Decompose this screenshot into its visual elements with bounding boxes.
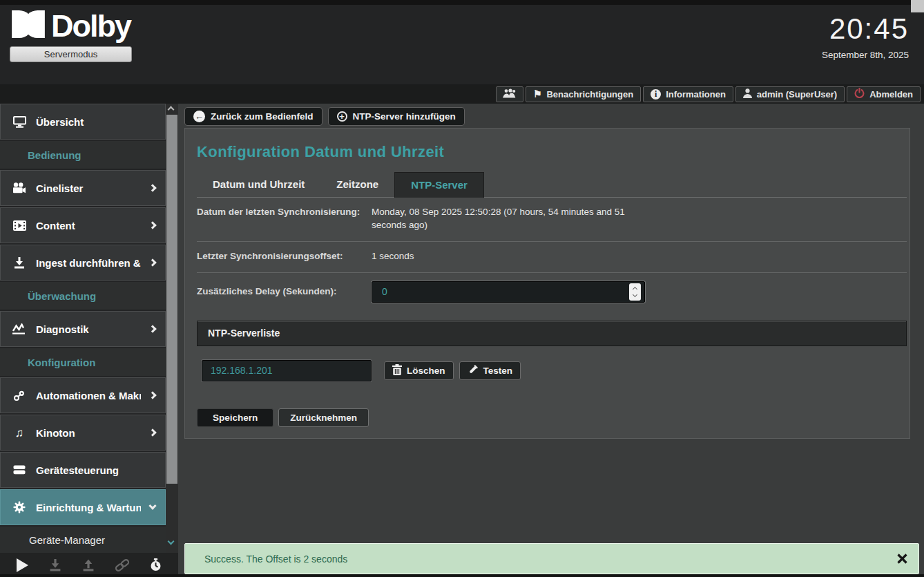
- sidebar-heading-konfiguration: Konfiguration: [0, 348, 166, 376]
- revert-button[interactable]: Zurücknehmen: [278, 408, 369, 427]
- film-icon: [12, 220, 27, 231]
- trash-icon: [392, 364, 402, 377]
- sidebar-footer: [0, 553, 178, 577]
- movie-camera-icon: [12, 182, 27, 193]
- users-icon: [503, 88, 517, 100]
- last-sync-row: Datum der letzten Synchronisierung: Mond…: [197, 198, 907, 242]
- server-row-buttons: Löschen Testen: [384, 361, 521, 380]
- sidebar-scrollbar[interactable]: [166, 104, 178, 553]
- sidebar-item-label: Einrichtung & Wartung: [36, 502, 141, 513]
- ntp-server-list-header: NTP-Serverliste: [197, 321, 907, 346]
- chevron-right-icon: [148, 391, 156, 399]
- sync-offset-row: Letzter Synchronisierungsoffset: 1 secon…: [197, 242, 907, 273]
- delay-input[interactable]: [372, 281, 645, 303]
- chevron-right-icon: [148, 184, 156, 191]
- chevron-right-icon: [148, 221, 156, 229]
- sidebar-item-uebersicht[interactable]: Übersicht: [0, 104, 166, 140]
- sync-offset-label: Letzter Synchronisierungsoffset:: [197, 250, 372, 263]
- information-label: Informationen: [666, 89, 726, 100]
- clock-time: 20:45: [829, 12, 909, 46]
- dolby-logo: Dolby: [11, 10, 131, 41]
- user-account-button[interactable]: admin (SuperUser): [735, 86, 845, 102]
- test-server-button[interactable]: Testen: [459, 361, 521, 380]
- tab-ntp-server[interactable]: NTP-Server: [394, 172, 484, 198]
- chevron-down-icon: [148, 502, 156, 509]
- sidebar-item-automationen[interactable]: Automationen & Makros: [0, 377, 166, 413]
- back-to-panel-button[interactable]: ← Zurück zum Bedienfeld: [184, 107, 323, 126]
- dolby-double-d-icon: [11, 10, 46, 41]
- add-ntp-server-label: NTP-Server hinzufügen: [353, 111, 456, 122]
- sidebar-item-einrichtung-wartung[interactable]: Einrichtung & Wartung: [0, 489, 166, 525]
- ntp-server-row: Löschen Testen: [202, 360, 909, 381]
- back-to-panel-label: Zurück zum Bedienfeld: [211, 111, 314, 122]
- sidebar-item-cinelister[interactable]: Cinelister: [0, 170, 166, 206]
- add-ntp-server-button[interactable]: + NTP-Server hinzufügen: [328, 107, 465, 126]
- scroll-down-icon[interactable]: [168, 538, 175, 545]
- test-tube-icon: [468, 364, 479, 377]
- app-root: Dolby Servermodus 20:45 September 8th, 2…: [0, 0, 924, 577]
- chevron-right-icon: [148, 258, 156, 266]
- chart-icon: [12, 323, 27, 334]
- sidebar-subitem-geraete-manager[interactable]: Geräte-Manager: [0, 527, 166, 553]
- sync-offset-value: 1 seconds: [372, 250, 656, 263]
- spinner-down-icon[interactable]: [633, 292, 637, 297]
- power-icon: [854, 88, 865, 100]
- back-arrow-icon: ←: [193, 111, 205, 122]
- toast-message: Success. The Offset is 2 seconds: [204, 554, 347, 565]
- spinner-up-icon[interactable]: [633, 287, 637, 292]
- users-button[interactable]: [496, 86, 523, 102]
- device-stack-icon: [12, 465, 27, 475]
- header-top-strip: [0, 0, 924, 5]
- link-icon[interactable]: [115, 559, 130, 571]
- download-icon[interactable]: [48, 559, 62, 571]
- sidebar-item-kinoton[interactable]: ♫ Kinoton: [0, 415, 166, 451]
- upload-icon[interactable]: [81, 559, 95, 571]
- sidebar-item-label: Diagnostik: [36, 323, 141, 335]
- plus-circle-icon: +: [337, 111, 347, 122]
- test-server-label: Testen: [483, 366, 513, 376]
- chevron-right-icon: [148, 428, 156, 436]
- chevron-right-icon: [148, 325, 156, 332]
- sidebar-item-geraetesteuerung[interactable]: Gerätesteuerung: [0, 452, 166, 488]
- gear-icon: [12, 501, 27, 513]
- sidebar-item-diagnostik[interactable]: Diagnostik: [0, 311, 166, 347]
- server-mode-button[interactable]: Servermodus: [10, 46, 132, 62]
- page-title: Konfiguration Datum und Uhrzeit: [197, 143, 909, 161]
- sidebar-item-label: Ingest durchführen & ex...: [36, 257, 141, 269]
- number-spinner[interactable]: [629, 283, 641, 301]
- scrollbar-thumb[interactable]: [166, 115, 177, 484]
- sidebar-item-content[interactable]: Content: [0, 207, 166, 243]
- sidebar-item-label: Gerätesteuerung: [36, 464, 158, 476]
- information-button[interactable]: i Informationen: [643, 86, 733, 102]
- form-rows: Datum der letzten Synchronisierung: Mond…: [197, 198, 907, 314]
- sidebar-nav: Übersicht Bedienung Cinelister: [0, 104, 166, 553]
- save-button[interactable]: Speichern: [197, 408, 273, 427]
- menubar: ⚑ Benachrichtigungen i Informationen adm…: [0, 84, 924, 104]
- notifications-button[interactable]: ⚑ Benachrichtigungen: [526, 86, 641, 102]
- app-header: Dolby Servermodus 20:45 September 8th, 2…: [0, 0, 924, 84]
- delete-server-label: Löschen: [407, 366, 445, 376]
- delete-server-button[interactable]: Löschen: [384, 361, 454, 380]
- ingest-download-icon: [12, 257, 27, 269]
- stopwatch-icon[interactable]: [150, 558, 162, 571]
- delay-input-wrap: [372, 281, 645, 303]
- sidebar-item-ingest[interactable]: Ingest durchführen & ex...: [0, 245, 166, 281]
- logout-button[interactable]: Abmelden: [847, 86, 921, 102]
- user-account-label: admin (SuperUser): [757, 89, 837, 100]
- music-note-icon: ♫: [12, 427, 27, 439]
- action-buttons: Speichern Zurücknehmen: [197, 408, 369, 427]
- ntp-server-address-input[interactable]: [202, 360, 372, 381]
- tab-datum-und-uhrzeit[interactable]: Datum und Uhrzeit: [197, 172, 320, 197]
- close-icon[interactable]: [897, 554, 907, 564]
- play-icon[interactable]: [17, 558, 28, 572]
- brand-name: Dolby: [51, 10, 131, 41]
- bottom-strip: [0, 574, 924, 577]
- tab-zeitzone[interactable]: Zeitzone: [320, 172, 394, 197]
- content-toolbar: ← Zurück zum Bedienfeld + NTP-Server hin…: [184, 107, 465, 126]
- scroll-up-icon[interactable]: [168, 106, 175, 113]
- sidebar-item-label: Content: [36, 220, 141, 231]
- notifications-label: Benachrichtigungen: [546, 89, 633, 100]
- sidebar-heading-bedienung: Bedienung: [0, 141, 166, 169]
- clock-date: September 8th, 2025: [822, 50, 909, 60]
- delay-row: Zusätzliches Delay (Sekunden):: [197, 273, 907, 314]
